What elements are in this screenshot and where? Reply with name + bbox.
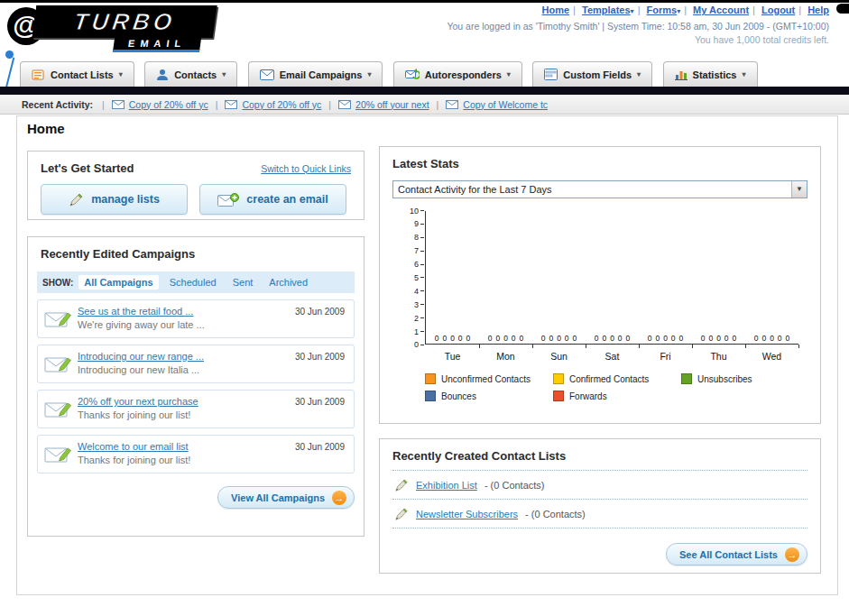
activity-link[interactable]: Copy of Welcome tc (463, 99, 548, 110)
campaign-row[interactable]: Welcome to our email list Thanks for joi… (37, 435, 355, 473)
chart-value: 0 (663, 334, 668, 343)
chart-value: 0 (602, 334, 606, 343)
campaign-row[interactable]: See us at the retail food ... We're givi… (37, 299, 355, 338)
legend-item: Bounces (425, 391, 553, 401)
chart-value: 0 (626, 334, 631, 343)
chart-category-group: 00000Thu (692, 211, 745, 344)
header-link-home[interactable]: Home (542, 5, 570, 15)
legend-item: Confirmed Contacts (553, 373, 681, 384)
contact-list-link[interactable]: Newsletter Subscribers (416, 509, 518, 519)
header-link-logout[interactable]: Logout (761, 5, 795, 15)
activity-item[interactable]: Copy of Welcome tc (446, 99, 548, 110)
y-axis-tick: 8 (401, 234, 424, 242)
top-strip (0, 0, 849, 3)
chart-value: 0 (549, 334, 553, 343)
chart-value: 0 (442, 334, 447, 343)
y-axis-tick: 2 (401, 314, 424, 322)
tab-email-campaigns[interactable]: Email Campaigns▾ (248, 61, 383, 87)
recent-activity-label: Recent Activity: (22, 99, 93, 110)
x-axis-label: Thu (692, 351, 745, 362)
chart-value: 0 (618, 334, 623, 343)
activity-separator: | (216, 99, 218, 110)
statistics-icon (675, 69, 688, 80)
header-link-help[interactable]: Help (807, 5, 829, 15)
chart-value: 0 (679, 334, 684, 343)
tab-autoresponders[interactable]: Autoresponders▾ (393, 61, 522, 87)
x-axis-label: Sun (532, 351, 586, 362)
logo-wordmark: TURBO (32, 5, 217, 38)
filter-archived[interactable]: Archived (263, 275, 313, 290)
x-axis-label: Tue (426, 351, 479, 362)
chart-value: 0 (724, 334, 729, 343)
stats-range-dropdown[interactable]: Contact Activity for the Last 7 Days ▼ (392, 180, 807, 198)
chart-category-group: 00000Mon (479, 211, 532, 344)
chart-value: 0 (648, 334, 652, 343)
switch-quick-links-link[interactable]: Switch to Quick Links (261, 163, 351, 174)
recent-contact-lists-panel: Recently Created Contact Lists Exhibitio… (379, 438, 821, 574)
see-all-contact-lists-button[interactable]: See All Contact Lists → (666, 543, 807, 565)
legend-swatch (553, 391, 564, 401)
tab-contact-lists[interactable]: Contact Lists▾ (20, 61, 134, 87)
contact-list-row[interactable]: Newsletter Subscribers - (0 Contacts) (392, 500, 807, 529)
filter-sent[interactable]: Sent (227, 275, 259, 290)
link-separator: | (684, 5, 687, 15)
x-axis-label: Fri (639, 351, 692, 362)
activity-item[interactable]: Copy of 20% off yc (112, 99, 208, 110)
header-link-templates[interactable]: Templates (582, 5, 631, 15)
legend-item: Unsubscribes (681, 373, 809, 384)
stats-chart: 109876543210 00000Tue00000Mon00000Sun000… (425, 211, 798, 345)
arrow-right-icon: → (785, 547, 799, 562)
y-axis-tick: 3 (401, 300, 424, 308)
view-all-campaigns-button[interactable]: View All Campaigns → (217, 486, 355, 509)
campaign-row[interactable]: Introducing our new range ... Introducin… (37, 345, 355, 383)
create-email-button[interactable]: create an email (199, 184, 346, 215)
manage-lists-button[interactable]: manage lists (41, 184, 188, 215)
x-axis-label: Mon (479, 351, 532, 362)
chart-value: 0 (450, 334, 455, 343)
envelope-icon (446, 100, 458, 109)
campaign-row[interactable]: 20% off your next purchase Thanks for jo… (37, 390, 355, 428)
link-separator: | (573, 5, 576, 15)
chart-value: 0 (610, 334, 614, 343)
activity-separator: | (102, 99, 105, 110)
activity-link[interactable]: 20% off your next (355, 99, 429, 110)
chart-plot-groups: 00000Tue00000Mon00000Sun00000Sat00000Fri… (426, 211, 798, 344)
recent-activity-bar: Recent Activity: | Copy of 20% off yc | … (0, 95, 849, 115)
y-axis-tick: 6 (401, 261, 424, 269)
chart-values: 00000 (745, 334, 798, 343)
header-link-forms[interactable]: Forms (647, 5, 678, 15)
contact-list-row[interactable]: Exhibition List - (0 Contacts) (392, 471, 807, 500)
campaign-date: 30 Jun 2009 (295, 442, 345, 452)
filter-scheduled[interactable]: Scheduled (164, 275, 222, 290)
contact-list-count: - (0 Contacts) (484, 480, 545, 491)
tab-contacts[interactable]: Contacts▾ (144, 61, 237, 87)
activity-item[interactable]: Copy of 20% off yc (225, 99, 321, 110)
campaign-filters: SHOW: All Campaigns Scheduled Sent Archi… (37, 271, 355, 293)
arrow-right-icon: → (332, 491, 346, 505)
activity-separator: | (328, 99, 331, 110)
header-link-my-account[interactable]: My Account (693, 5, 749, 15)
chart-value: 0 (708, 334, 713, 343)
chart-value: 0 (778, 334, 782, 343)
latest-stats-title: Latest Stats (392, 157, 807, 170)
activity-link[interactable]: Copy of 20% off yc (242, 99, 321, 110)
logo-banner: EMAIL (113, 38, 201, 52)
chart-category-group: 00000Wed (745, 211, 798, 344)
tab-label: Contact Lists (51, 69, 114, 80)
y-axis-tick: 9 (401, 220, 424, 228)
tab-label: Contacts (174, 69, 217, 80)
tab-statistics[interactable]: Statistics▾ (663, 61, 758, 87)
contact-lists-title: Recently Created Contact Lists (392, 449, 807, 471)
custom-fields-icon (544, 69, 558, 80)
tab-custom-fields[interactable]: Custom Fields▾ (532, 61, 652, 87)
y-axis-tick: 10 (401, 207, 424, 215)
campaign-date: 30 Jun 2009 (295, 397, 345, 407)
envelope-plus-icon (217, 192, 239, 207)
pencil-icon (394, 478, 409, 492)
chart-value: 0 (435, 334, 439, 343)
contact-list-link[interactable]: Exhibition List (416, 480, 477, 491)
chart-value: 0 (701, 334, 706, 343)
filter-all-campaigns[interactable]: All Campaigns (78, 275, 158, 290)
activity-link[interactable]: Copy of 20% off yc (129, 99, 208, 110)
activity-item[interactable]: 20% off your next (338, 99, 429, 110)
